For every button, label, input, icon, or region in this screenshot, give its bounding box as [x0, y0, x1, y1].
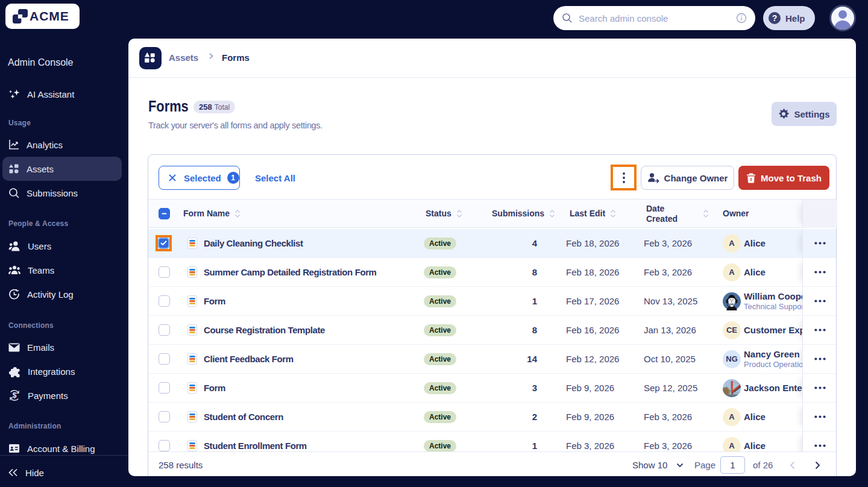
svg-text:$: $ — [13, 391, 17, 400]
